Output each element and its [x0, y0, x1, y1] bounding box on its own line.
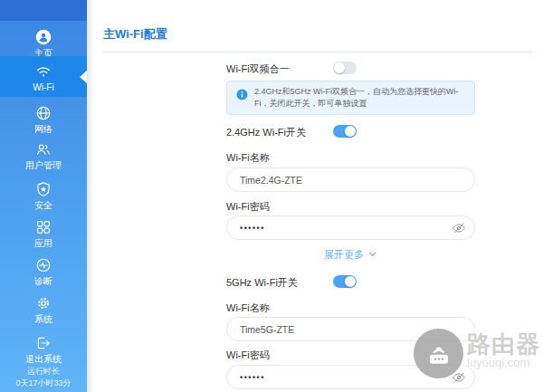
sidebar-item-label: 网络 — [0, 124, 87, 134]
users-icon — [35, 141, 52, 158]
password-visibility-icon[interactable] — [452, 221, 466, 235]
wifi-password-input-5g[interactable] — [226, 365, 475, 389]
uptime-value: 0天17小时33分 — [0, 378, 87, 389]
apps-grid-icon — [35, 219, 52, 235]
wifi-password-field-2g — [226, 215, 475, 240]
switch-label-5g: 5GHz Wi-Fi开关 — [226, 277, 298, 288]
watermark-subtitle: luyouqi.com — [467, 357, 540, 369]
chevron-down-icon — [367, 249, 377, 259]
main-content: 主Wi-Fi配置 Wi-Fi双频合一 2.4GHz和5GHz Wi-Fi双频合一… — [87, 0, 543, 392]
wifi-name-input-5g[interactable] — [226, 317, 475, 341]
sidebar-item-system[interactable]: 系统 — [0, 295, 87, 324]
expand-more-link[interactable]: 展开更多 — [226, 248, 475, 262]
wifi-password-input-2g[interactable] — [226, 215, 475, 240]
sidebar-item-logout[interactable]: 退出系统 — [0, 335, 87, 364]
toggle-knob — [345, 276, 356, 287]
wifi-name-field-5g — [226, 317, 475, 341]
sidebar-item-label: 应用 — [0, 238, 87, 248]
sidebar-item-label: 退出系统 — [0, 354, 87, 364]
uptime-label: 运行时长 — [0, 366, 87, 378]
sidebar-top-strip — [0, 0, 87, 21]
sidebar-item-apps[interactable]: 应用 — [0, 219, 87, 248]
network-globe-icon — [35, 105, 52, 121]
watermark-title: 路由器 — [467, 331, 540, 357]
dual-band-toggle[interactable] — [333, 62, 357, 74]
home-user-icon — [35, 29, 52, 45]
wifi-name-input-2g[interactable] — [226, 167, 475, 192]
wifi-icon — [35, 63, 52, 80]
wifi-name-label-5g: Wi-Fi名称 — [226, 301, 475, 314]
sidebar-item-security[interactable]: 安全 — [0, 181, 87, 210]
system-gear-icon — [35, 295, 52, 311]
toggle-knob — [345, 126, 356, 137]
dual-band-row: Wi-Fi双频合一 — [226, 60, 475, 76]
sidebar-item-diagnosis[interactable]: 诊断 — [0, 257, 87, 286]
toggle-knob — [334, 62, 345, 73]
sidebar-item-home[interactable]: 主页 — [0, 29, 87, 58]
password-visibility-icon[interactable] — [452, 370, 466, 385]
dual-band-info-note: 2.4GHz和5GHz Wi-Fi双频合一，自动为您选择更快的Wi-Fi，关闭此… — [226, 81, 475, 115]
sidebar-item-user-management[interactable]: 用户管理 — [0, 141, 87, 170]
wifi-password-field-5g — [226, 365, 475, 389]
sidebar-item-label: Wi-Fi — [0, 82, 87, 92]
watermark-text: 路由器 luyouqi.com — [467, 329, 540, 369]
router-admin-window: 主页 Wi-Fi 网络 用户管理 — [0, 0, 543, 392]
sidebar-item-label: 用户管理 — [0, 160, 87, 170]
security-shield-icon — [35, 181, 52, 197]
wifi-name-label-2g: Wi-Fi名称 — [226, 151, 475, 164]
sidebar-item-label: 系统 — [0, 314, 87, 324]
sidebar-item-label: 诊断 — [0, 276, 87, 286]
info-icon — [236, 89, 248, 100]
sidebar-item-network[interactable]: 网络 — [0, 105, 87, 134]
wifi-password-label-2g: Wi-Fi密码 — [226, 200, 475, 213]
switch-row-5g: 5GHz Wi-Fi开关 — [226, 273, 475, 290]
info-note-text: 2.4GHz和5GHz Wi-Fi双频合一，自动为您选择更快的Wi-Fi，关闭此… — [254, 87, 459, 108]
switch-label-2g: 2.4GHz Wi-Fi开关 — [226, 127, 306, 138]
diagnosis-pulse-icon — [35, 257, 52, 273]
sidebar-item-label: 安全 — [0, 200, 87, 210]
sidebar-item-wifi[interactable]: Wi-Fi — [0, 56, 87, 97]
page-title: 主Wi-Fi配置 — [103, 26, 167, 43]
sidebar: 主页 Wi-Fi 网络 用户管理 — [0, 0, 87, 392]
expand-more-label: 展开更多 — [324, 249, 364, 260]
wifi-name-field-2g — [226, 167, 475, 192]
switch-row-2g: 2.4GHz Wi-Fi开关 — [226, 123, 475, 139]
wifi-5g-toggle[interactable] — [333, 275, 357, 288]
dual-band-label: Wi-Fi双频合一 — [226, 63, 290, 74]
wifi-2g-toggle[interactable] — [333, 125, 357, 138]
wifi-password-label-5g: Wi-Fi密码 — [226, 349, 475, 361]
header-divider — [102, 52, 532, 53]
logout-icon — [35, 335, 52, 351]
uptime-status: 运行时长 0天17小时33分 — [0, 366, 87, 389]
